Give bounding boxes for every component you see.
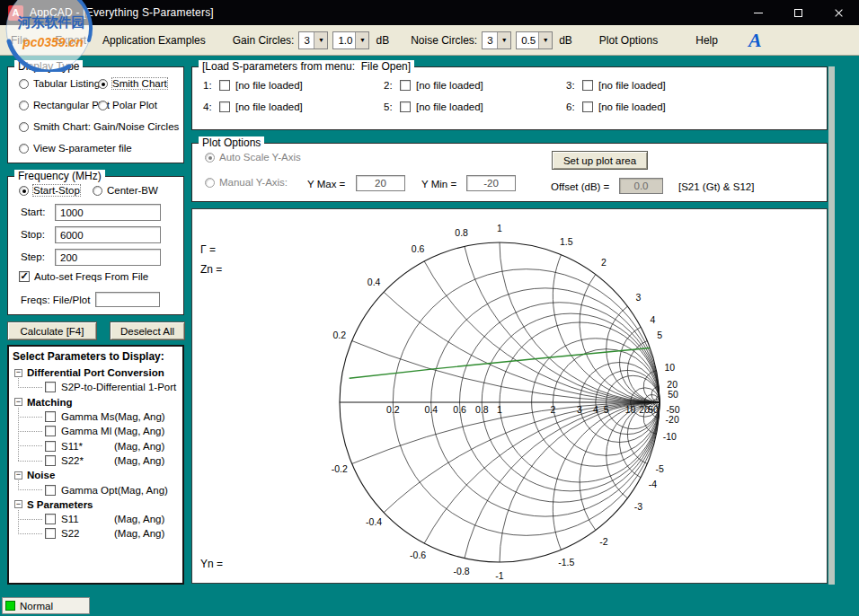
file-slot-6: 6: [no file loaded]	[566, 101, 666, 112]
calculate-button-label: Calculate [F4]	[21, 326, 84, 337]
slot-3-checkbox[interactable]	[582, 80, 593, 91]
radio-start-stop[interactable]: Start-Stop	[19, 185, 80, 196]
s2p-checkbox[interactable]	[45, 382, 56, 392]
radio-view-sparameter-file[interactable]: View S-parameter file	[19, 143, 132, 154]
freqs-file-input[interactable]	[95, 292, 160, 307]
s22-conj-checkbox[interactable]	[45, 455, 56, 466]
slot-5-checkbox[interactable]	[400, 101, 411, 112]
radio-smith-gain-noise[interactable]: Smith Chart: Gain/Noise Circles	[19, 121, 179, 132]
dropdown-icon: ▼	[359, 37, 366, 43]
radio-auto-scale-y[interactable]: Auto Scale Y-Axis	[205, 152, 301, 163]
tree-item-s11-conj[interactable]: S11* (Mag, Ang)	[9, 438, 182, 453]
menu-file[interactable]: File	[4, 30, 35, 51]
gamma-ms-checkbox[interactable]	[45, 411, 56, 422]
svg-text:10: 10	[664, 362, 675, 373]
gamma-opt-checkbox[interactable]	[45, 485, 56, 496]
gamma-ml-checkbox[interactable]	[45, 426, 56, 436]
noise-db-label: dB	[559, 34, 572, 47]
radio-disabled-icon	[205, 178, 215, 188]
tree-item-s2p-differential[interactable]: S2P-to-Differential 1-Port	[9, 380, 182, 394]
radio-icon	[19, 144, 29, 154]
dropdown-button[interactable]: ▼	[314, 32, 327, 48]
status-text: Normal	[20, 601, 53, 612]
tree-item-gamma-ms[interactable]: Gamma Ms (Mag, Ang)	[9, 409, 182, 424]
radio-manual-y[interactable]: Manual Y-Axis:	[205, 177, 288, 188]
y-max-input[interactable]: 20	[356, 175, 405, 191]
minimize-button[interactable]	[738, 0, 778, 25]
gain-circles-step-select[interactable]: 1.0 ▼	[332, 31, 369, 49]
tree-item-s22-conj[interactable]: S22* (Mag, Ang)	[9, 453, 182, 468]
s11-conj-checkbox[interactable]	[45, 441, 56, 452]
slot-4-checkbox[interactable]	[219, 101, 230, 112]
collapse-icon[interactable]: −	[14, 471, 22, 480]
autoset-freqs-checkbox[interactable]: ✓ Auto-set Freqs From File	[19, 271, 148, 282]
stop-input[interactable]	[55, 226, 161, 243]
s11-checkbox[interactable]	[45, 514, 56, 524]
radio-selected-icon	[19, 186, 29, 196]
tree-group-s-parameters[interactable]: − S Parameters	[9, 497, 182, 512]
collapse-icon[interactable]: −	[14, 500, 22, 508]
svg-text:0.4: 0.4	[368, 277, 381, 287]
gain-circles-count-select[interactable]: 3 ▼	[298, 31, 328, 49]
radio-center-bw[interactable]: Center-BW	[93, 185, 158, 196]
svg-text:1: 1	[497, 404, 502, 415]
svg-text:-4: -4	[649, 479, 657, 489]
load-panel-title: [Load S-parameters from menu: File Open]	[199, 60, 414, 73]
offset-label: Offset (dB) =	[551, 181, 609, 192]
gain-circles-step-value: 1.0	[333, 32, 355, 48]
dropdown-button[interactable]: ▼	[497, 32, 510, 48]
svg-text:-20: -20	[666, 414, 679, 425]
calculate-button[interactable]: Calculate [F4]	[7, 321, 97, 340]
deselect-all-button[interactable]: Deselect All	[110, 321, 185, 340]
radio-polar-plot[interactable]: Polar Plot	[98, 100, 157, 110]
maximize-button[interactable]	[778, 0, 819, 25]
collapse-icon[interactable]: −	[14, 398, 22, 406]
tree-group-noise[interactable]: − Noise	[9, 468, 182, 482]
offset-input: 0.0	[619, 178, 663, 194]
svg-text:0.2: 0.2	[386, 404, 400, 415]
close-button[interactable]	[819, 0, 859, 25]
menu-application-examples[interactable]: Application Examples	[95, 30, 213, 51]
svg-text:-0.2: -0.2	[332, 463, 348, 474]
freqs-file-label: Freqs: File/Plot	[21, 295, 90, 305]
radio-rectangular-plot[interactable]: Rectangular Plot	[19, 100, 110, 110]
tree-item-s11[interactable]: S11 (Mag, Ang)	[9, 512, 182, 526]
display-type-title: Display Type	[14, 60, 83, 73]
step-input[interactable]	[55, 249, 161, 266]
tree-group-matching[interactable]: − Matching	[9, 395, 182, 409]
menu-plot-options[interactable]: Plot Options	[592, 30, 665, 51]
frequency-title: Frequency (MHz)	[14, 170, 105, 182]
window-controls	[738, 0, 859, 25]
slot-2-checkbox[interactable]	[400, 80, 411, 91]
radio-tabular-listing[interactable]: Tabular Listing	[19, 78, 100, 89]
menu-export[interactable]: Export	[48, 30, 93, 51]
status-panel: Normal	[2, 597, 90, 614]
y-min-input[interactable]: -20	[466, 175, 516, 191]
dropdown-button[interactable]: ▼	[355, 32, 368, 48]
frequency-panel: Frequency (MHz) Start-Stop Center-BW Sta…	[7, 176, 184, 315]
slot-3-status: [no file loaded]	[598, 80, 666, 91]
slot-6-number: 6:	[566, 101, 577, 112]
tree-item-s22[interactable]: S22 (Mag, Ang)	[9, 526, 182, 541]
load-panel: [Load S-parameters from menu: File Open]…	[191, 66, 828, 130]
radio-icon	[98, 101, 108, 110]
slot-1-checkbox[interactable]	[219, 80, 230, 91]
display-type-panel: Display Type Tabular Listing Smith Chart…	[7, 66, 184, 163]
svg-text:-0.4: -0.4	[366, 516, 382, 527]
setup-plot-area-button[interactable]: Set up plot area	[552, 151, 648, 170]
start-input[interactable]	[55, 204, 161, 221]
collapse-icon[interactable]: −	[14, 369, 22, 377]
menu-help[interactable]: Help	[688, 30, 725, 51]
slot-6-checkbox[interactable]	[582, 101, 593, 112]
noise-circles-step-select[interactable]: 0.5 ▼	[516, 31, 553, 49]
app-icon: A	[8, 5, 23, 21]
tree-item-gamma-opt[interactable]: Gamma Opt (Mag, Ang)	[9, 482, 182, 497]
file-slot-1: 1: [no file loaded]	[203, 80, 384, 91]
tree-group-differential[interactable]: − Differential Port Conversion	[9, 365, 182, 380]
noise-circles-count-select[interactable]: 3 ▼	[482, 31, 511, 49]
dropdown-button[interactable]: ▼	[538, 32, 552, 48]
radio-icon	[19, 122, 29, 132]
s22-checkbox[interactable]	[45, 528, 56, 539]
tree-item-gamma-ml[interactable]: Gamma Ml (Mag, Ang)	[9, 424, 182, 438]
radio-smith-chart[interactable]: Smith Chart	[98, 78, 167, 89]
